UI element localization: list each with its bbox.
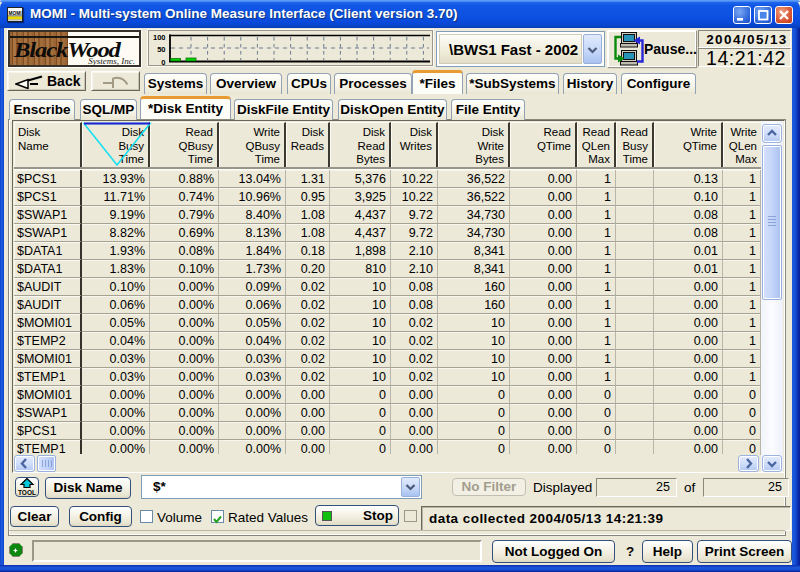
svg-text:100: 100 <box>153 33 166 42</box>
svg-text:50: 50 <box>157 45 165 54</box>
svg-text:MOMI: MOMI <box>9 10 22 16</box>
svg-text:0: 0 <box>161 58 165 67</box>
svg-text:TOOL: TOOL <box>18 489 36 496</box>
